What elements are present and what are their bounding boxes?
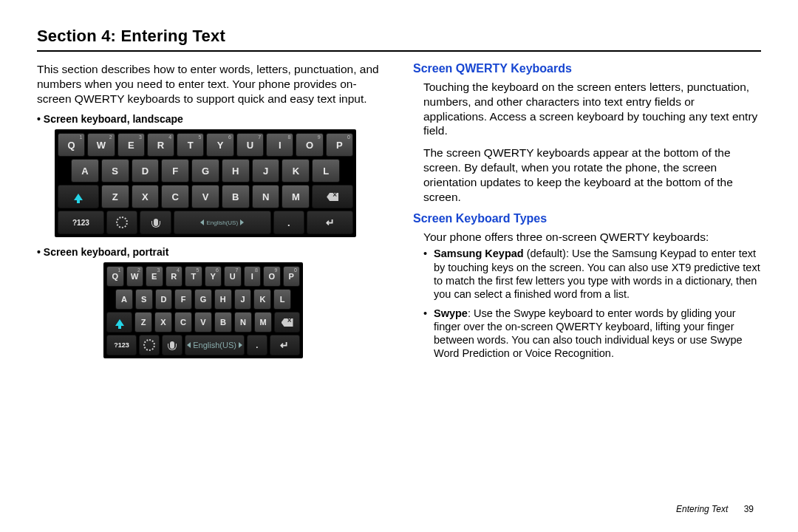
types-block: Your phone offers three on-screen QWERTY…	[423, 230, 761, 361]
kb-row-4: ?123 English(US) .	[106, 335, 300, 355]
key-settings	[139, 335, 160, 355]
key-m: M	[254, 312, 272, 332]
key-z: Z	[134, 312, 152, 332]
types-intro: Your phone offers three on-screen QWERTY…	[423, 230, 761, 245]
kb-row-3: Z X C V B N M	[106, 312, 300, 332]
types-heading: Screen Keyboard Types	[413, 212, 761, 225]
key-j: J	[252, 159, 280, 183]
key-n: N	[252, 185, 280, 208]
key-i: I8	[266, 133, 293, 157]
key-x: X	[154, 312, 172, 332]
keyboard-portrait: Q1 W2 E3 R4 T5 Y6 U7 I8 O9 P0 A S	[103, 262, 303, 358]
chevron-left-icon	[200, 219, 204, 225]
key-space: English(US)	[174, 211, 271, 234]
mic-icon	[154, 219, 158, 226]
qwerty-paragraph-1: Touching the keyboard on the screen ente…	[423, 80, 761, 138]
key-b: B	[222, 185, 250, 208]
landscape-keyboard-label: • Screen keyboard, landscape	[37, 113, 385, 125]
key-z: Z	[101, 185, 129, 208]
key-o: O9	[263, 266, 281, 287]
key-r: R4	[166, 266, 183, 287]
two-column-layout: This section describes how to enter word…	[37, 62, 761, 367]
key-h: H	[222, 159, 250, 183]
kb-row-3: Z X C V B N M	[58, 185, 353, 208]
key-r: R4	[147, 133, 174, 157]
key-period: .	[247, 335, 267, 355]
key-k: K	[253, 289, 271, 310]
kb-row-1: Q1 W2 E3 R4 T5 Y6 U7 I8 O9 P0	[58, 133, 353, 157]
key-v: V	[191, 185, 219, 208]
kb-row-1: Q1 W2 E3 R4 T5 Y6 U7 I8 O9 P0	[106, 266, 300, 287]
key-m: M	[282, 185, 310, 208]
qwerty-paragraph-2: The screen QWERTY keyboards appear at th…	[423, 146, 761, 204]
key-settings	[106, 211, 138, 234]
key-y: Y6	[205, 266, 222, 287]
key-n: N	[234, 312, 252, 332]
key-symbols: ?123	[58, 211, 104, 234]
key-backspace	[274, 312, 300, 332]
key-t: T5	[185, 266, 202, 287]
kb-row-2: A S D F G H J K L	[58, 159, 353, 183]
key-g: G	[194, 289, 212, 310]
list-term: Swype	[434, 307, 468, 319]
key-period: .	[273, 211, 305, 234]
footer-title: Entering Text	[676, 504, 728, 514]
list-item: Swype: Use the Swype keyboard to enter w…	[423, 307, 761, 361]
gear-icon	[116, 216, 128, 228]
key-enter	[307, 211, 353, 234]
chevron-right-icon	[240, 219, 244, 225]
mic-icon	[170, 341, 174, 349]
key-g: G	[191, 159, 219, 183]
key-s: S	[101, 159, 129, 183]
key-shift	[106, 312, 132, 332]
intro-paragraph: This section describes how to enter word…	[37, 62, 385, 106]
kb-row-2: A S D F G H J K L	[106, 289, 300, 310]
chevron-right-icon	[239, 342, 242, 348]
chevron-left-icon	[187, 342, 191, 348]
key-b: B	[214, 312, 232, 332]
portrait-keyboard-label: • Screen keyboard, portrait	[37, 246, 385, 258]
key-p: P0	[326, 133, 353, 157]
footer-page-number: 39	[744, 504, 754, 514]
key-backspace	[312, 185, 353, 208]
key-e: E3	[146, 266, 163, 287]
key-c: C	[174, 312, 192, 332]
page-footer: Entering Text 39	[676, 504, 754, 514]
key-f: F	[174, 289, 192, 310]
key-shift	[58, 185, 99, 208]
section-title: Section 4: Entering Text	[37, 27, 761, 49]
key-c: C	[161, 185, 189, 208]
key-enter	[270, 335, 300, 355]
shift-icon	[74, 194, 83, 200]
key-mic	[140, 211, 171, 234]
key-w: W2	[87, 133, 115, 157]
key-v: V	[194, 312, 212, 332]
manual-page: Section 4: Entering Text This section de…	[0, 0, 798, 532]
key-s: S	[135, 289, 153, 310]
left-column: This section describes how to enter word…	[37, 62, 385, 367]
key-q: Q1	[106, 266, 124, 287]
key-o: O9	[296, 133, 323, 157]
section-rule	[37, 50, 761, 52]
key-l: L	[312, 159, 340, 183]
key-y: Y6	[206, 133, 233, 157]
key-i: I8	[244, 266, 262, 287]
key-u: U7	[236, 133, 264, 157]
list-term: Samsung Keypad	[434, 248, 524, 259]
right-column: Screen QWERTY Keyboards Touching the key…	[413, 62, 761, 367]
key-space: English(US)	[185, 335, 244, 355]
qwerty-block: Touching the keyboard on the screen ente…	[423, 80, 761, 205]
list-item: Samsung Keypad (default): Use the Samsun…	[423, 247, 761, 301]
backspace-icon	[282, 318, 293, 327]
key-l: L	[273, 289, 291, 310]
key-j: J	[234, 289, 252, 310]
key-f: F	[161, 159, 189, 183]
kb-row-4: ?123 English(US) .	[58, 211, 353, 234]
keyboard-landscape: Q1 W2 E3 R4 T5 Y6 U7 I8 O9 P0 A S	[55, 129, 356, 237]
key-u: U7	[224, 266, 242, 287]
key-e: E3	[117, 133, 145, 157]
key-k: K	[282, 159, 310, 183]
keyboard-landscape-figure: Q1 W2 E3 R4 T5 Y6 U7 I8 O9 P0 A S	[55, 129, 385, 237]
key-mic	[162, 335, 183, 355]
shift-icon	[115, 319, 124, 326]
